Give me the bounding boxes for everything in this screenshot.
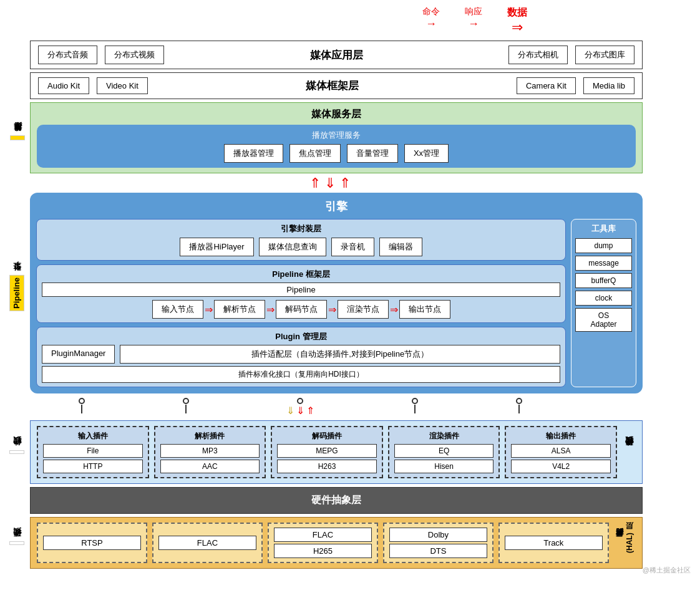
- playback-mgmt-area: 播放管理服务 播放器管理 焦点管理 音量管理 Xx管理: [37, 125, 636, 168]
- playback-service-left-label: 播放服务: [10, 135, 25, 140]
- vendor-item5: Track: [505, 536, 603, 550]
- vendor-card2: FLAC: [152, 523, 263, 563]
- node4: 渲染节点: [338, 300, 389, 319]
- plugin-adapter: 插件适配层（自动选择插件,对接到Pipeline节点）: [120, 345, 560, 364]
- command-arrow: 命令 →: [422, 6, 440, 36]
- dot1: [79, 398, 85, 404]
- connector2: [183, 398, 189, 413]
- tool-item4: clock: [575, 291, 632, 306]
- media-service-area: 播放服务 媒体服务层 播放管理服务 播放器管理 焦点管理 音量管理 Xx管理: [30, 102, 643, 173]
- engine-section: Pipeline引擎 引擎 引擎封装层 播放器HiPlayer 媒体信息查询: [30, 193, 643, 393]
- encap-item4: 编辑器: [379, 238, 422, 256]
- sw-plugins-section: 软插件 输入插件 File HTTP 解析插件 MP3 AAC: [30, 420, 643, 484]
- app-layer-item4: 分布式图库: [575, 46, 634, 64]
- vendor-item3a: FLAC: [274, 528, 372, 542]
- hal-title: 硬件抽象层: [38, 494, 634, 507]
- output-plugin-title: 输出插件: [511, 431, 611, 442]
- encap-item2: 媒体信息查询: [259, 238, 326, 256]
- platform-plugins-label: 平台软件插件: [622, 426, 636, 478]
- tool-item1: dump: [575, 238, 632, 253]
- node-arrow3: ⇒: [328, 304, 336, 316]
- pipeline-engine-label: Pipeline引擎: [9, 275, 24, 311]
- input-plugin-title: 输入插件: [43, 431, 143, 442]
- pipeline-bar: Pipeline: [42, 282, 560, 297]
- plugin-title: Plugin 管理层: [42, 331, 560, 342]
- decode-plugin-title: 解码插件: [277, 431, 377, 442]
- encap-item3: 录音机: [331, 238, 374, 256]
- framework-item2: Video Kit: [97, 77, 148, 94]
- data-label: 数据: [507, 6, 527, 19]
- vendor-item3b: H265: [274, 544, 372, 558]
- tool-item5: OS Adapter: [575, 308, 632, 332]
- app-layer: 分布式音频 分布式视频 媒体应用层 分布式相机 分布式图库: [30, 41, 643, 69]
- input-plugin-item1: File: [43, 444, 143, 458]
- output-plugin-card: 输出插件 ALSA V4L2: [505, 426, 617, 478]
- down-arrow1: ⇓: [324, 176, 336, 190]
- vendor-plugins-section: 硬插件 RTSP FLAC FLAC H265: [30, 517, 643, 569]
- node-arrow4: ⇒: [390, 304, 398, 316]
- watermark: @稀土掘金社区: [643, 566, 691, 575]
- encap-item1: 播放器HiPlayer: [180, 238, 253, 256]
- app-layer-title: 媒体应用层: [172, 48, 501, 62]
- framework-layer-title: 媒体框架层: [155, 79, 509, 93]
- dot4: [412, 398, 418, 404]
- encap-layer: 引擎封装层 播放器HiPlayer 媒体信息查询 录音机 编辑器: [36, 219, 566, 261]
- parse-plugin-card: 解析插件 MP3 AAC: [154, 426, 266, 478]
- response-arrow: 响应 →: [465, 6, 482, 36]
- command-label: 命令: [422, 6, 440, 17]
- connector1: [79, 398, 85, 413]
- tools-library: 工具库 dump message bufferQ clock OS Adapte…: [571, 219, 636, 387]
- up-arrow1: ⇑: [309, 176, 321, 190]
- vendor-card4: Dolby DTS: [383, 523, 493, 563]
- connector5: [516, 398, 522, 413]
- vendor-item4a: Dolby: [389, 528, 487, 542]
- dot3: [297, 398, 303, 404]
- output-plugin-item2: V4L2: [511, 460, 611, 473]
- decode-plugin-item1: MEPG: [277, 444, 377, 458]
- node-arrow2: ⇒: [266, 304, 275, 316]
- hal-layer: 硬件抽象层: [30, 487, 643, 514]
- render-plugin-item2: Hisen: [394, 460, 494, 473]
- vendor-item2: FLAC: [158, 536, 256, 550]
- vendor-item4b: DTS: [389, 544, 487, 558]
- sw-plugins-left-label: 软插件: [9, 450, 24, 454]
- service-item1: 播放器管理: [224, 144, 283, 163]
- output-plugin-item1: ALSA: [511, 444, 611, 458]
- app-layer-item3: 分布式相机: [508, 46, 568, 64]
- vendor-plugins-label: 厂商扩展插件 (HAL层): [614, 523, 636, 563]
- node2: 解析节点: [214, 300, 265, 319]
- framework-item3: Camera Kit: [517, 77, 576, 94]
- dot5: [516, 398, 522, 404]
- vendor-item1: RTSP: [43, 536, 141, 550]
- playback-mgmt-label: 播放管理服务: [43, 130, 630, 141]
- parse-plugin-item2: AAC: [160, 460, 260, 473]
- tool-item2: message: [575, 256, 632, 271]
- plugin-interface: 插件标准化接口（复用南向HDI接口）: [42, 366, 560, 383]
- render-plugin-item1: EQ: [394, 444, 494, 458]
- framework-item4: Media lib: [583, 77, 634, 94]
- data-arrow: 数据 ⇒: [507, 6, 527, 36]
- plugin-mgmt: Plugin 管理层 PluginManager 插件适配层（自动选择插件,对接…: [36, 327, 566, 387]
- decode-plugin-card: 解码插件 MEPG H263: [271, 426, 383, 478]
- connector-section: ⇓ ⇓ ⇑: [30, 397, 571, 418]
- pipeline-framework: Pipeline 框架层 Pipeline 输入节点 ⇒ 解析节点 ⇒ 解码节点…: [36, 264, 566, 323]
- render-plugin-title: 渲染插件: [394, 431, 494, 442]
- render-plugin-card: 渲染插件 EQ Hisen: [388, 426, 500, 478]
- dot2: [183, 398, 189, 404]
- service-item4: Xx管理: [404, 144, 449, 163]
- node5: 输出节点: [399, 300, 450, 319]
- connector3-center: ⇓ ⇓ ⇑: [286, 398, 314, 417]
- input-plugin-card: 输入插件 File HTTP: [37, 426, 149, 478]
- service-item2: 焦点管理: [289, 144, 341, 163]
- up-arrow-center: ⇑: [306, 405, 314, 417]
- tools-title: 工具库: [575, 223, 632, 234]
- vendor-card5: Track: [498, 523, 609, 563]
- vendor-area: RTSP FLAC FLAC H265 Dolby DTS: [30, 517, 643, 569]
- framework-layer: Audio Kit Video Kit 媒体框架层 Camera Kit Med…: [30, 72, 643, 99]
- node1: 输入节点: [152, 300, 203, 319]
- plugin-manager: PluginManager: [42, 345, 115, 364]
- data-arrow-icon: ⇒: [512, 19, 523, 36]
- input-plugin-item2: HTTP: [43, 460, 143, 473]
- engine-outer: 引擎 引擎封装层 播放器HiPlayer 媒体信息查询 录音机: [30, 193, 643, 393]
- parse-plugin-title: 解析插件: [160, 431, 260, 442]
